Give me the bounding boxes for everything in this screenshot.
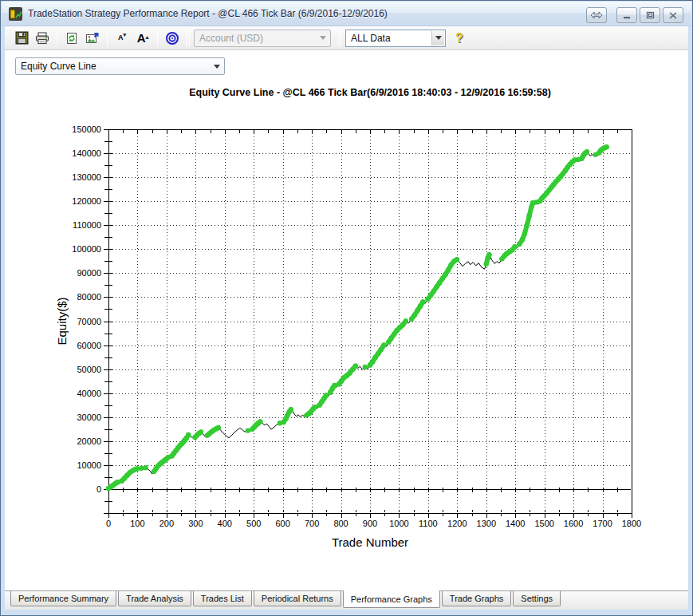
svg-text:1700: 1700 <box>593 519 612 528</box>
svg-text:1300: 1300 <box>477 519 496 528</box>
toolbar-separator <box>57 30 57 46</box>
report-image-icon <box>85 32 100 45</box>
svg-text:50000: 50000 <box>77 365 101 374</box>
minimize-button[interactable] <box>616 7 637 23</box>
svg-text:30000: 30000 <box>77 413 101 422</box>
tab-periodical-returns[interactable]: Periodical Returns <box>254 591 341 606</box>
svg-text:90000: 90000 <box>77 268 101 278</box>
performance-report-window: TradeStation Strategy Performance Report… <box>0 0 693 616</box>
app-icon <box>9 7 22 21</box>
svg-text:1000: 1000 <box>389 519 408 528</box>
svg-text:500: 500 <box>246 519 261 528</box>
toolbar: A▾ A▴ Account (USD) ALL Data ? <box>5 26 688 50</box>
svg-text:80000: 80000 <box>77 292 101 302</box>
svg-text:300: 300 <box>188 519 203 528</box>
dock-toggle-button[interactable] <box>586 7 607 23</box>
toolbar-separator <box>189 30 190 46</box>
report-content: Equity Curve Line Equity Curve Line - @C… <box>5 50 688 590</box>
close-button[interactable] <box>663 7 683 23</box>
window-controls <box>584 7 683 23</box>
svg-text:1400: 1400 <box>506 519 525 528</box>
target-button[interactable] <box>162 29 183 48</box>
svg-text:1100: 1100 <box>419 519 438 528</box>
svg-text:20000: 20000 <box>77 436 101 446</box>
double-arrow-icon <box>591 12 602 18</box>
title-bar: TradeStation Strategy Performance Report… <box>2 2 691 26</box>
svg-text:100: 100 <box>130 519 144 528</box>
toolbar-separator <box>338 30 339 46</box>
svg-text:400: 400 <box>218 519 232 528</box>
print-icon <box>35 32 49 45</box>
svg-text:600: 600 <box>275 519 289 528</box>
svg-text:150000: 150000 <box>72 124 101 134</box>
svg-text:1600: 1600 <box>564 519 583 528</box>
svg-text:1800: 1800 <box>622 519 641 528</box>
refresh-icon <box>65 32 78 45</box>
tab-trade-graphs[interactable]: Trade Graphs <box>442 591 511 606</box>
minimize-icon <box>623 12 631 19</box>
svg-text:200: 200 <box>159 519 174 528</box>
chart-canvas: 0100002000030000400005000060000700008000… <box>5 50 690 590</box>
toolbar-separator <box>187 30 187 46</box>
restore-icon <box>646 11 655 19</box>
toolbar-separator <box>107 30 108 46</box>
window-title: TradeStation Strategy Performance Report… <box>28 8 388 19</box>
chevron-down-icon <box>317 31 329 45</box>
svg-text:100000: 100000 <box>72 244 101 254</box>
font-decrease-icon: A▾ <box>118 34 126 41</box>
svg-text:0: 0 <box>106 519 111 528</box>
data-range-dropdown[interactable]: ALL Data <box>345 30 446 47</box>
font-increase-button[interactable]: A▴ <box>132 29 153 48</box>
toolbar-separator <box>341 30 341 46</box>
svg-text:800: 800 <box>333 519 348 528</box>
report-settings-button[interactable] <box>82 29 103 48</box>
account-dropdown-value: Account (USD) <box>199 33 263 44</box>
toolbar-separator <box>157 30 158 46</box>
tab-trade-analysis[interactable]: Trade Analysis <box>118 591 191 606</box>
svg-text:110000: 110000 <box>73 220 101 230</box>
svg-text:120000: 120000 <box>72 196 101 206</box>
help-icon[interactable]: ? <box>455 31 463 45</box>
restore-button[interactable] <box>640 7 660 23</box>
tab-bar: Performance SummaryTrade AnalysisTrades … <box>5 590 688 610</box>
save-button[interactable] <box>11 29 32 48</box>
svg-text:60000: 60000 <box>77 341 101 350</box>
svg-text:1200: 1200 <box>447 519 467 528</box>
svg-text:130000: 130000 <box>72 172 101 182</box>
data-range-dropdown-value: ALL Data <box>351 33 391 44</box>
svg-text:700: 700 <box>305 519 319 528</box>
chevron-down-icon <box>431 31 444 45</box>
print-button[interactable] <box>32 29 53 48</box>
svg-text:1500: 1500 <box>534 519 553 528</box>
svg-text:40000: 40000 <box>77 389 101 398</box>
svg-text:Trade Number: Trade Number <box>332 535 408 549</box>
svg-text:140000: 140000 <box>72 148 101 158</box>
tab-trades-list[interactable]: Trades List <box>193 591 252 606</box>
refresh-button[interactable] <box>61 29 82 48</box>
tab-performance-graphs[interactable]: Performance Graphs <box>343 590 440 608</box>
close-icon <box>669 12 677 19</box>
save-icon <box>15 31 29 45</box>
svg-text:Equity($): Equity($) <box>55 297 69 345</box>
svg-text:10000: 10000 <box>77 460 101 470</box>
svg-text:0: 0 <box>96 484 101 494</box>
bullseye-icon <box>165 31 179 45</box>
font-increase-icon: A▴ <box>137 32 148 44</box>
tab-performance-summary[interactable]: Performance Summary <box>10 591 116 606</box>
tab-settings[interactable]: Settings <box>513 591 561 606</box>
account-dropdown[interactable]: Account (USD) <box>194 30 331 47</box>
svg-text:70000: 70000 <box>77 317 101 326</box>
svg-text:900: 900 <box>363 519 377 528</box>
font-decrease-button[interactable]: A▾ <box>112 29 132 48</box>
